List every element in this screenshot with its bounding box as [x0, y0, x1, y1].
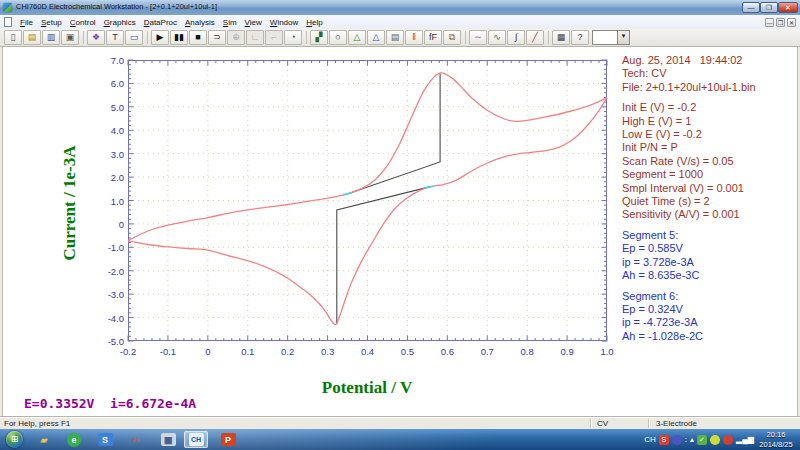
- present-data-icon[interactable]: ▞: [310, 30, 328, 45]
- derivative-icon[interactable]: ∿: [488, 30, 506, 45]
- print-icon[interactable]: ▣: [61, 30, 79, 45]
- panel-line: Segment 6:: [622, 290, 798, 303]
- menu-dataproc[interactable]: DataProc: [140, 16, 181, 29]
- menu-graphics[interactable]: Graphics: [100, 16, 140, 29]
- y-tick-label: 7.0: [92, 55, 124, 66]
- tray-360-icon[interactable]: [710, 435, 720, 445]
- combobox-dropdown-icon[interactable]: ▼: [617, 31, 629, 44]
- font-icon[interactable]: fF: [424, 30, 442, 45]
- context-help-icon[interactable]: ?: [571, 30, 589, 45]
- run-experiment-icon[interactable]: ▶: [151, 30, 169, 45]
- x-tick-label: -0.1: [151, 346, 185, 357]
- title-bar: CHI760D Electrochemical Workstation - [2…: [0, 0, 800, 16]
- y-tick-label: -2.0: [92, 266, 124, 277]
- panel-line: Init P/N = P: [622, 141, 798, 154]
- toolbar: ▯▤▥▣❖T▭▶▮▮■⊃⊕∟⌐◔▞○△△▤‖fF⧉∼∿∫╱▦? ▼: [0, 29, 800, 47]
- start-button[interactable]: ⊞: [6, 431, 23, 448]
- toolbar-separator: [462, 30, 469, 45]
- panel-line: Ah = 8.635e-3C: [622, 269, 798, 282]
- taskbar-chi-app-icon[interactable]: CH: [184, 431, 208, 448]
- y-tick-label: -1.0: [92, 242, 124, 253]
- toolbar-separator: [144, 30, 151, 45]
- reverse-scan-icon[interactable]: ⊃: [208, 30, 226, 45]
- color-legend-icon[interactable]: ‖: [405, 30, 423, 45]
- tray-dots-icon[interactable]: :: [685, 435, 687, 444]
- tray-shield-icon[interactable]: ✓: [697, 435, 707, 445]
- taskbar-sogou-icon[interactable]: S: [93, 431, 117, 448]
- panel-line: File: 2+0.1+20ul+10ul-1.bin: [622, 81, 798, 94]
- peak-anodic-icon[interactable]: △: [348, 30, 366, 45]
- y-tick-label: 5.0: [92, 102, 124, 113]
- overlay-plots-icon[interactable]: ▤: [386, 30, 404, 45]
- taskbar-chi-app-icon-glyph: CH: [189, 433, 204, 446]
- minimize-button[interactable]: —: [742, 2, 760, 13]
- tray-language-indicator[interactable]: CH: [644, 435, 656, 444]
- tray-red-app-icon[interactable]: [723, 435, 733, 445]
- menu-control[interactable]: Control: [66, 16, 100, 29]
- taskbar-sogou-icon-glyph: S: [98, 433, 113, 446]
- panel-line: Aug. 25, 2014 19:44:02: [622, 54, 798, 67]
- mdi-document-icon[interactable]: [4, 17, 12, 27]
- open-file-icon[interactable]: ▤: [23, 30, 41, 45]
- integration-icon[interactable]: ∫: [507, 30, 525, 45]
- panel-line: Init E (V) = -0.2: [622, 101, 798, 114]
- peak-cathodic-icon[interactable]: △: [367, 30, 385, 45]
- smoothing-icon[interactable]: ∼: [469, 30, 487, 45]
- maximize-button[interactable]: ❐: [760, 2, 778, 13]
- data-grid-icon[interactable]: ▦: [552, 30, 570, 45]
- cell-control-icon: ⌐: [265, 30, 283, 45]
- taskbar-calculator-icon[interactable]: ▦: [156, 431, 180, 448]
- zoom-icon[interactable]: ○: [329, 30, 347, 45]
- menu-bar: FileSetupControlGraphicsDataProcAnalysis…: [0, 15, 800, 30]
- x-tick-label: -0.2: [111, 346, 145, 357]
- clock-date: 2014/8/25: [754, 440, 798, 450]
- save-icon[interactable]: ▥: [42, 30, 60, 45]
- close-button[interactable]: ✕: [778, 2, 798, 13]
- pause-icon[interactable]: ▮▮: [170, 30, 188, 45]
- taskbar-clock[interactable]: 20:16 2014/8/25: [754, 430, 798, 449]
- new-file-icon[interactable]: ▯: [4, 30, 22, 45]
- taskbar-screenshot-icon-glyph: ✂: [129, 433, 144, 446]
- y-tick-label: -3.0: [92, 289, 124, 300]
- timer-icon[interactable]: ◔: [284, 30, 302, 45]
- technique-icon[interactable]: ❖: [87, 30, 105, 45]
- toolbar-combobox[interactable]: ▼: [592, 30, 630, 45]
- cv-plot[interactable]: [128, 60, 607, 341]
- baseline-anchor-2: [425, 186, 435, 188]
- menu-view[interactable]: View: [241, 16, 266, 29]
- y-tick-label: 1.0: [92, 196, 124, 207]
- tray-sogou-icon[interactable]: S: [659, 435, 669, 445]
- taskbar-explorer-icon[interactable]: ▰: [32, 431, 56, 448]
- zero-current-icon: ⊕: [227, 30, 245, 45]
- taskbar-powerpoint-icon[interactable]: P: [216, 431, 240, 448]
- taskbar-screenshot-icon[interactable]: ✂: [124, 431, 148, 448]
- y-tick-label: -4.0: [92, 313, 124, 324]
- copy-graph-icon[interactable]: ⧉: [443, 30, 461, 45]
- panel-line: Sensitivity (A/V) = 0.001: [622, 208, 798, 221]
- tray-hidden-icons-arrow[interactable]: ▴: [690, 435, 694, 444]
- mdi-window-controls: —❐✕: [763, 18, 796, 27]
- text-annotation-icon[interactable]: T: [106, 30, 124, 45]
- menu-analysis[interactable]: Analysis: [181, 16, 219, 29]
- menu-setup[interactable]: Setup: [37, 16, 66, 29]
- mdi-minimize-button[interactable]: —: [765, 18, 774, 27]
- x-tick-label: 0.3: [311, 346, 345, 357]
- mdi-restore-button[interactable]: ❐: [776, 18, 785, 27]
- baseline-correction-icon[interactable]: ╱: [526, 30, 544, 45]
- taskbar-browser-icon[interactable]: e: [62, 431, 86, 448]
- stop-icon[interactable]: ■: [189, 30, 207, 45]
- menu-file[interactable]: File: [16, 16, 37, 29]
- menu-window[interactable]: Window: [266, 16, 302, 29]
- panel-line: Tech: CV: [622, 67, 798, 80]
- menu-help[interactable]: Help: [302, 16, 326, 29]
- panel-line: Smpl Interval (V) = 0.001: [622, 182, 798, 195]
- desktop-screen: CHI760D Electrochemical Workstation - [2…: [0, 0, 800, 450]
- tray-network-icon[interactable]: ▂▄▆: [736, 435, 754, 444]
- tray-app-blue-icon[interactable]: [672, 435, 682, 445]
- menu-sim[interactable]: Sim: [219, 16, 241, 29]
- status-help-text: For Help, press F1: [4, 419, 70, 428]
- baseline-anchor-1: [343, 193, 353, 195]
- mdi-close-button[interactable]: ✕: [787, 18, 796, 27]
- toolbar-separator: [303, 30, 310, 45]
- parameters-icon[interactable]: ▭: [125, 30, 143, 45]
